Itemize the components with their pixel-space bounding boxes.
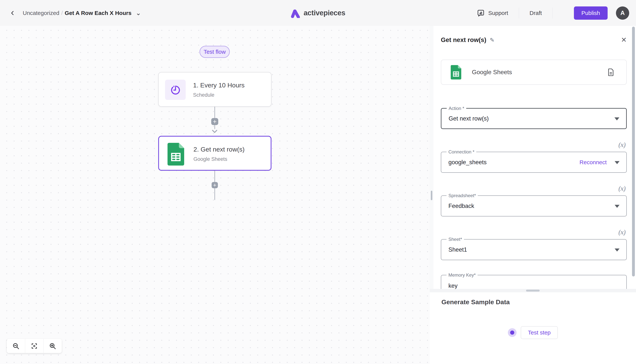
step-subtitle: Google Sheets <box>193 156 227 162</box>
activepieces-logo-icon <box>291 8 301 18</box>
support-label: Support <box>488 10 508 16</box>
support-icon <box>477 9 485 17</box>
publish-button[interactable]: Publish <box>574 6 607 20</box>
fit-view-icon <box>31 342 38 350</box>
zoom-in-icon <box>49 342 57 350</box>
dropdown-caret-icon[interactable] <box>614 161 619 164</box>
test-step-button[interactable]: Test step <box>521 326 558 339</box>
flow-canvas[interactable]: Test flow 1. Every 10 Hours Schedule + <box>0 26 430 364</box>
panel-title: Get next row(s) <box>441 36 486 44</box>
reconnect-link[interactable]: Reconnect <box>579 159 607 166</box>
step-title: 2. Get next row(s) <box>193 146 245 153</box>
clock-icon <box>170 84 181 96</box>
zoom-out-button[interactable] <box>7 339 25 353</box>
spreadsheet-value: Feedback <box>448 202 474 210</box>
google-sheets-icon <box>168 143 184 166</box>
flow-title[interactable]: Get A Row Each X Hours <box>65 10 132 16</box>
connection-select[interactable]: Connection * google_sheets Reconnect <box>441 152 627 173</box>
sheet-label: Sheet* <box>446 237 464 242</box>
memory-key-label: Memory Key* <box>446 272 478 278</box>
sheet-select[interactable]: Sheet* Sheet1 <box>441 239 627 260</box>
dropdown-caret-icon[interactable] <box>614 117 619 120</box>
action-select[interactable]: Action * Get next row(s) <box>441 108 627 129</box>
sheet-value: Sheet1 <box>448 246 467 253</box>
canvas-zoom-toolbar <box>7 339 62 353</box>
zoom-out-icon <box>12 342 20 350</box>
connection-value: google_sheets <box>448 159 487 166</box>
action-label: Action * <box>447 106 466 111</box>
step-title: 1. Every 10 Hours <box>193 82 245 89</box>
chevron-down-icon[interactable]: ⌄ <box>136 11 141 15</box>
header-divider <box>552 8 553 18</box>
insert-variable-button[interactable]: (x) <box>618 228 626 236</box>
fit-view-button[interactable] <box>25 339 43 353</box>
dropdown-caret-icon[interactable] <box>614 205 619 208</box>
schedule-icon-tile <box>165 80 186 100</box>
spreadsheet-label: Spreadsheet* <box>446 193 478 198</box>
close-icon[interactable]: ✕ <box>621 36 627 43</box>
spreadsheet-select[interactable]: Spreadsheet* Feedback <box>441 196 627 216</box>
google-sheets-icon <box>451 65 461 80</box>
sample-data-section: Generate Sample Data Test step <box>430 289 636 364</box>
zoom-in-button[interactable] <box>43 339 62 353</box>
dropdown-caret-icon[interactable] <box>614 248 619 252</box>
memory-key-value: key <box>448 282 457 289</box>
edit-name-icon[interactable]: ✎ <box>490 37 494 43</box>
breadcrumb-folder[interactable]: Uncategorized <box>23 10 59 16</box>
breadcrumb-separator: / <box>61 10 63 16</box>
panel-scrollbar-thumb[interactable] <box>632 27 635 276</box>
action-value: Get next row(s) <box>449 115 489 122</box>
step-settings-panel: Get next row(s) ✎ ✕ Google Sheets <box>433 26 636 364</box>
back-button[interactable]: ‹ <box>7 8 18 18</box>
sample-section-title: Generate Sample Data <box>441 298 636 306</box>
step-subtitle: Schedule <box>193 92 215 98</box>
top-bar: ‹ Uncategorized / Get A Row Each X Hours… <box>0 0 636 26</box>
insert-variable-button[interactable]: (x) <box>618 185 626 192</box>
breadcrumb: Uncategorized / Get A Row Each X Hours ⌄ <box>23 10 141 16</box>
live-dot-icon <box>510 330 514 335</box>
activepieces-logo: activepieces <box>291 8 345 18</box>
piece-docs-icon[interactable] <box>607 68 615 76</box>
section-resize-handle[interactable] <box>526 290 540 292</box>
connection-label: Connection * <box>446 149 476 155</box>
version-state-label: Draft <box>530 10 542 16</box>
arrow-down-icon <box>212 130 217 133</box>
piece-name: Google Sheets <box>472 69 512 76</box>
panel-resize-gutter[interactable] <box>430 26 433 289</box>
step-card-trigger[interactable]: 1. Every 10 Hours Schedule <box>158 72 271 107</box>
section-resize-strip[interactable] <box>430 289 636 292</box>
piece-info-card: Google Sheets <box>441 60 627 85</box>
test-step-live-indicator <box>508 328 516 337</box>
panel-resize-handle[interactable] <box>431 191 432 200</box>
insert-variable-button[interactable]: (x) <box>618 141 626 149</box>
logo-wordmark: activepieces <box>304 9 345 17</box>
support-button[interactable]: Support <box>477 9 508 17</box>
add-step-button[interactable]: + <box>211 118 218 125</box>
test-flow-button[interactable]: Test flow <box>200 46 230 58</box>
add-step-button[interactable]: + <box>212 182 218 188</box>
avatar[interactable]: A <box>616 6 629 20</box>
step-card-google-sheets[interactable]: 2. Get next row(s) Google Sheets <box>158 136 271 171</box>
